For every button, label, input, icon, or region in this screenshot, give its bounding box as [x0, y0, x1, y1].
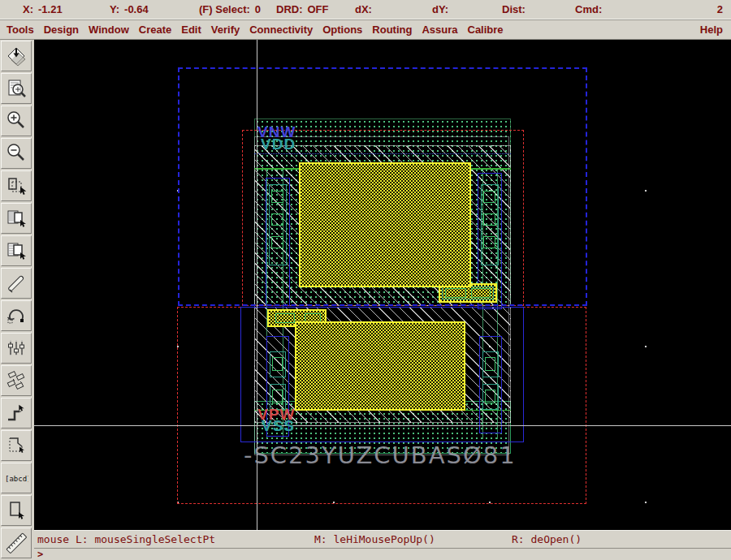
status-select: (F) Select:0 — [199, 0, 261, 19]
zoom-out-icon — [6, 143, 27, 164]
fit-view-button[interactable] — [1, 73, 32, 104]
copy-button[interactable] — [1, 203, 32, 234]
instance-icon — [6, 370, 27, 391]
menu-connectivity[interactable]: Connectivity — [249, 24, 313, 36]
move-button[interactable] — [1, 235, 32, 266]
prompt-caret: > — [37, 549, 43, 560]
menu-assura[interactable]: Assura — [422, 24, 457, 36]
status-x-value: -1.21 — [38, 3, 63, 15]
cell-name-label[interactable]: -SC23YUZCUBASØ81 — [244, 444, 517, 467]
rotate-button[interactable] — [1, 300, 32, 331]
mouse-middle-binding: M: leHiMousePopUp() — [314, 531, 435, 548]
status-select-value: 0 — [255, 3, 261, 15]
menu-window[interactable]: Window — [89, 24, 129, 36]
menu-calibre[interactable]: Calibre — [468, 24, 504, 36]
menu-tools[interactable]: Tools — [6, 24, 34, 36]
label-icon-text: [abcd] — [5, 475, 28, 483]
status-dx-label: dX: — [355, 3, 372, 15]
mouse-right-binding: R: deOpen() — [512, 531, 582, 548]
command-prompt[interactable]: > — [34, 548, 731, 560]
zoom-in-button[interactable] — [1, 106, 32, 136]
label-icon: [abcd] — [4, 467, 28, 489]
ruler-button[interactable] — [1, 528, 32, 558]
menu-options[interactable]: Options — [322, 24, 362, 36]
zoom-out-button[interactable] — [1, 138, 32, 169]
window-number-badge: 2 — [717, 0, 723, 19]
status-drd: DRD:OFF — [276, 0, 329, 19]
ruler-icon — [6, 532, 27, 554]
status-dy-label: dY: — [432, 3, 448, 15]
mouse-left-binding: mouse L: mouseSingleSelectPt — [37, 531, 215, 548]
mouse-binding-bar: mouse L: mouseSingleSelectPt M: leHiMous… — [34, 530, 731, 548]
menu-help[interactable]: Help — [700, 24, 723, 36]
status-cmd-label: Cmd: — [575, 3, 602, 15]
sliders-icon — [6, 338, 27, 359]
create-rectangle-button[interactable] — [1, 495, 32, 526]
create-polygon-button[interactable] — [1, 430, 32, 461]
polygon-icon — [6, 435, 27, 456]
net-label-vdd[interactable]: VDD — [261, 136, 296, 152]
stretch-button[interactable] — [1, 170, 32, 201]
status-y: Y:-0.64 — [110, 0, 149, 19]
menu-create[interactable]: Create — [139, 24, 171, 36]
path-icon — [6, 403, 27, 424]
properties-button[interactable] — [1, 333, 32, 364]
save-button[interactable] — [1, 41, 32, 71]
status-drd-value: OFF — [308, 3, 329, 15]
fit-view-icon — [6, 78, 27, 99]
zoom-in-icon — [6, 110, 27, 131]
status-cmd: Cmd: — [575, 0, 607, 19]
menu-design[interactable]: Design — [44, 24, 79, 36]
copy-icon — [6, 208, 27, 229]
create-instance-button[interactable] — [1, 365, 32, 396]
status-dist-label: Dist: — [502, 3, 526, 15]
save-icon — [6, 45, 27, 67]
move-icon — [6, 240, 27, 261]
status-y-value: -0.64 — [124, 3, 149, 15]
status-select-label: (F) Select: — [199, 3, 250, 15]
net-label-vss[interactable]: VSS — [262, 418, 295, 433]
status-x-label: X: — [23, 3, 33, 15]
status-x: X:-1.21 — [23, 0, 63, 19]
status-dy: dY: — [432, 0, 453, 19]
left-toolbar: [abcd] — [0, 40, 34, 560]
edit-knife-button[interactable] — [1, 268, 32, 299]
virtuoso-layout-window: X:-1.21 Y:-0.64 (F) Select:0 DRD:OFF dX:… — [0, 0, 731, 560]
stretch-icon — [6, 175, 27, 196]
crosshair-horizontal — [34, 425, 731, 426]
top-cell-blue-boundary[interactable] — [178, 67, 587, 306]
knife-icon — [6, 273, 27, 294]
create-label-button[interactable]: [abcd] — [1, 463, 32, 493]
create-path-button[interactable] — [1, 398, 32, 429]
rectangle-icon — [6, 500, 27, 521]
layout-canvas[interactable]: VNW VDD VPW VSS -SC23YUZCUBASØ81 — [34, 40, 731, 530]
status-dist: Dist: — [502, 0, 530, 19]
menu-verify[interactable]: Verify — [211, 24, 240, 36]
menu-routing[interactable]: Routing — [372, 24, 412, 36]
rotate-icon — [6, 305, 27, 326]
status-y-label: Y: — [110, 3, 119, 15]
menu-bar: Tools Design Window Create Edit Verify C… — [0, 20, 731, 40]
menu-edit[interactable]: Edit — [181, 24, 201, 36]
status-dx: dX: — [355, 0, 377, 19]
status-bar: X:-1.21 Y:-0.64 (F) Select:0 DRD:OFF dX:… — [0, 0, 731, 20]
status-drd-label: DRD: — [276, 3, 303, 15]
